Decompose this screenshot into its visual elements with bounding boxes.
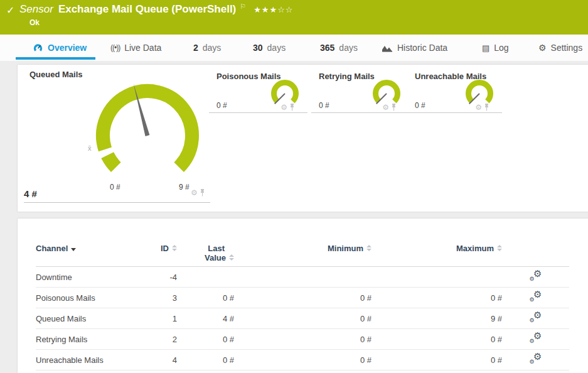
table-row: Queued Mails 1 4 # 0 # 9 # ⚙⚙	[36, 308, 569, 329]
channel-name: Poisonous Mails	[36, 293, 130, 303]
channel-maximum: 9 #	[372, 314, 502, 323]
priority-stars[interactable]: ★★★☆☆	[254, 5, 293, 14]
tab-2-days-unit: days	[203, 43, 222, 53]
pin-icon[interactable]	[200, 189, 205, 197]
channel-settings-gears-icon[interactable]: ⚙⚙	[530, 271, 542, 281]
flag-icon[interactable]: ⚐	[240, 3, 246, 11]
gauge-divider	[24, 202, 210, 203]
stars-filled: ★★★	[254, 5, 277, 14]
gauge-gear-icon[interactable]: ⚙	[475, 104, 482, 111]
tab-365-days-number: 365	[320, 43, 334, 53]
gauges-panel: Queued Mails x̄ 0 # 9 # 4 # ⚙ Poisonous …	[18, 65, 588, 212]
tab-overview-label: Overview	[48, 43, 87, 53]
channel-id: 2	[130, 335, 177, 344]
queued-mails-gauge-title: Queued Mails	[29, 70, 83, 79]
tab-historic-data-label: Historic Data	[397, 43, 447, 53]
queued-mails-current-value: 4 #	[24, 188, 37, 199]
tab-historic-data[interactable]: Historic Data	[382, 43, 447, 53]
log-list-icon: ▤	[482, 43, 489, 53]
channel-id: 4	[130, 355, 177, 365]
channel-minimum: 0 #	[234, 314, 372, 323]
column-header-channel-label: Channel	[36, 244, 68, 253]
gauge-icon	[33, 43, 43, 53]
settings-gear-icon: ⚙	[538, 43, 547, 53]
status-check-icon: ✓	[6, 4, 14, 16]
area-chart-icon	[382, 44, 393, 52]
sort-icon	[229, 254, 234, 261]
column-header-id[interactable]: ID	[130, 244, 177, 253]
tab-30-days[interactable]: 30 days	[253, 43, 286, 53]
channel-id: -4	[130, 273, 177, 282]
channel-id: 1	[130, 314, 177, 323]
channel-last-value: 0 #	[177, 335, 234, 344]
table-row: Poisonous Mails 3 0 # 0 # 0 # ⚙⚙	[36, 288, 569, 308]
tab-settings-label: Settings	[551, 43, 583, 53]
channel-name: Retrying Mails	[36, 335, 130, 344]
channel-settings-gears-icon[interactable]: ⚙⚙	[530, 354, 542, 364]
unreachable-mails-current-value: 0 #	[415, 101, 425, 110]
sensor-header-bar: ✓ Sensor Exchange Mail Queue (PowerShell…	[0, 0, 588, 35]
gauge-gear-icon[interactable]: ⚙	[382, 104, 389, 111]
tab-30-days-unit: days	[267, 43, 286, 53]
tab-live-data-label: Live Data	[124, 43, 161, 53]
gauge-scale-max-label: 9 #	[179, 183, 190, 192]
gauge-gear-icon[interactable]: ⚙	[281, 104, 287, 111]
channel-settings-gears-icon[interactable]: ⚙⚙	[530, 312, 542, 323]
unreachable-mails-gauge-cell: Unreachable Mails 0 # ⚙	[407, 69, 502, 113]
tab-log[interactable]: ▤ Log	[482, 43, 509, 53]
channel-minimum: 0 #	[234, 355, 372, 365]
table-header-row: Channel ID Last Value Minimum Maximum	[36, 219, 569, 267]
channel-maximum: 0 #	[372, 293, 502, 303]
channel-settings-gears-icon[interactable]: ⚙⚙	[530, 291, 542, 302]
prtg-sensor-overview-page: ✓ Sensor Exchange Mail Queue (PowerShell…	[0, 0, 588, 373]
tab-settings[interactable]: ⚙ Settings	[538, 43, 582, 53]
column-header-maximum-label: Maximum	[456, 244, 494, 253]
tab-overview[interactable]: Overview	[33, 43, 87, 53]
column-header-id-label: ID	[161, 244, 169, 253]
tab-365-days-unit: days	[339, 43, 358, 53]
table-row: Downtime -4 ⚙⚙	[36, 267, 569, 288]
live-data-icon: ((•))	[110, 43, 120, 52]
queued-mails-gauge	[88, 76, 207, 195]
channel-minimum: 0 #	[234, 293, 372, 303]
tab-log-label: Log	[494, 43, 508, 53]
channel-maximum: 0 #	[372, 355, 502, 365]
column-header-last-label: Last	[208, 244, 225, 253]
column-header-maximum[interactable]: Maximum	[372, 244, 502, 253]
tab-2-days-number: 2	[193, 43, 198, 53]
tab-2-days[interactable]: 2 days	[193, 43, 221, 53]
sort-icon	[366, 245, 372, 251]
pin-icon[interactable]	[391, 104, 397, 111]
channel-maximum: 0 #	[372, 335, 502, 344]
pin-icon[interactable]	[289, 104, 295, 111]
column-header-minimum[interactable]: Minimum	[234, 244, 372, 253]
column-header-last-value[interactable]: Last Value	[177, 244, 234, 262]
retrying-mails-current-value: 0 #	[319, 101, 329, 110]
channel-last-value: 0 #	[177, 293, 234, 303]
channel-name: Unreachable Mails	[36, 355, 130, 365]
tab-bar: Overview ((•)) Live Data 2 days 30 days …	[0, 35, 588, 61]
gauge-scale-min-label: 0 #	[110, 183, 120, 192]
retrying-mails-gauge-title: Retrying Mails	[319, 72, 375, 81]
gauge-gear-icon[interactable]: ⚙	[191, 189, 198, 197]
sort-icon	[172, 245, 177, 251]
channel-settings-gears-icon[interactable]: ⚙⚙	[530, 333, 542, 343]
table-row: Unreachable Mails 4 0 # 0 # 0 # ⚙⚙	[36, 350, 569, 370]
pin-icon[interactable]	[484, 104, 489, 111]
average-marker-label: x̄	[88, 144, 92, 152]
status-badge: Ok	[29, 18, 40, 27]
sensor-title-row: Sensor Exchange Mail Queue (PowerShell) …	[19, 3, 293, 16]
sort-desc-icon	[71, 245, 76, 251]
retrying-mails-gauge-cell: Retrying Mails 0 # ⚙	[311, 69, 409, 113]
channel-name: Queued Mails	[36, 314, 130, 323]
poisonous-mails-current-value: 0 #	[216, 101, 227, 110]
channel-last-value: 4 #	[177, 314, 234, 323]
tab-live-data[interactable]: ((•)) Live Data	[110, 43, 161, 53]
tab-365-days[interactable]: 365 days	[320, 43, 358, 53]
sort-icon	[497, 245, 502, 251]
table-row: Retrying Mails 2 0 # 0 # 0 # ⚙⚙	[36, 329, 569, 350]
channels-table-panel: Channel ID Last Value Minimum Maximum	[18, 219, 588, 373]
column-header-channel[interactable]: Channel	[36, 244, 130, 253]
channel-name: Downtime	[36, 273, 130, 282]
page-title: Exchange Mail Queue (PowerShell)	[58, 3, 236, 16]
